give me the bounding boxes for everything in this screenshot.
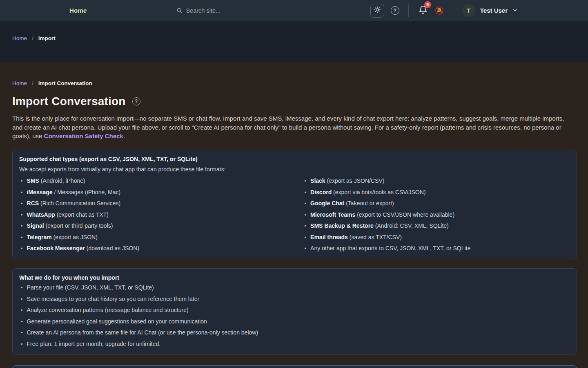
list-item: iMessage / Messages (iPhone, Mac) <box>19 188 287 197</box>
breadcrumb-current: Import Conversation <box>38 80 92 86</box>
list-item: Email threads (saved as TXT/CSV) <box>303 233 570 242</box>
safe-chat-storage-card: Use imports in Safe Chat Storage and wiz… <box>12 365 577 368</box>
avatar: T <box>462 4 475 17</box>
list-item: Microsoft Teams (export to CSV/JSON wher… <box>303 210 570 220</box>
nav-divider <box>453 4 453 17</box>
site-search[interactable] <box>176 7 276 14</box>
list-item: Save messages to your chat history so yo… <box>19 294 570 304</box>
what-we-do-list: Parse your file (CSV, JSON, XML, TXT, or… <box>19 283 570 349</box>
theme-toggle-button[interactable] <box>370 4 384 18</box>
card-subtitle: We accept exports from virtually any cha… <box>19 166 570 173</box>
list-item: Signal (export or third-party tools) <box>19 221 287 231</box>
user-menu[interactable]: T Test User <box>462 4 518 17</box>
bell-muted-icon[interactable] <box>435 6 444 15</box>
chevron-down-icon <box>512 7 518 14</box>
card-title: What we do for you when you import <box>19 274 570 281</box>
supported-chat-types-card: Supported chat types (export as CSV, JSO… <box>12 150 577 260</box>
list-item: Parse your file (CSV, JSON, XML, TXT, or… <box>19 283 570 292</box>
what-we-do-card: What we do for you when you import Parse… <box>12 268 577 355</box>
list-item: Google Chat (Takeout or export) <box>303 199 570 208</box>
list-item: RCS (Rich Communication Services) <box>19 199 287 208</box>
list-item: SMS Backup & Restore (Android: CSV, XML,… <box>303 221 570 231</box>
supported-right-list: Slack (export as JSON/CSV) Discord (expo… <box>303 175 570 254</box>
list-item: Telegram (export as JSON) <box>19 233 287 242</box>
intro-paragraph: This is the only place for conversation … <box>12 114 571 141</box>
main-content: Home / Import Conversation Import Conver… <box>0 62 588 368</box>
breadcrumb-current: Import <box>38 35 56 41</box>
list-item: Any other app that exports to CSV, JSON,… <box>303 244 570 253</box>
breadcrumb-home-link[interactable]: Home <box>12 80 27 86</box>
page-breadcrumb: Home / Import Conversation <box>12 80 577 86</box>
list-item: Create an AI persona from the same file … <box>19 328 570 337</box>
page-title: Import Conversation <box>12 95 126 108</box>
card-title: Supported chat types (export as CSV, JSO… <box>19 156 570 162</box>
list-item: WhatsApp (export chat as TXT) <box>19 210 287 220</box>
top-navigation: Home ? <box>0 0 588 21</box>
list-item: Free plan: 1 import per month; upgrade f… <box>19 339 570 349</box>
supported-left-list: SMS (Android, iPhone) iMessage / Message… <box>19 175 287 254</box>
notifications-button[interactable]: 9 <box>418 4 428 17</box>
bell-icon <box>419 9 428 16</box>
page-help-icon[interactable]: ? <box>132 97 140 105</box>
breadcrumb-home-link[interactable]: Home <box>12 35 27 41</box>
search-icon <box>176 7 183 13</box>
breadcrumb-band: Home / Import <box>0 21 588 62</box>
help-circle-icon[interactable]: ? <box>391 6 399 15</box>
user-name: Test User <box>480 7 508 14</box>
sun-icon <box>374 6 381 15</box>
search-input[interactable] <box>186 7 276 14</box>
nav-home-link[interactable]: Home <box>69 7 87 14</box>
list-item: Discord (export via bots/tools as CSV/JS… <box>303 188 570 197</box>
notification-badge: 9 <box>424 1 431 8</box>
breadcrumb: Home / Import <box>12 35 576 41</box>
intro-text-after: . <box>123 132 125 139</box>
list-item: Slack (export as JSON/CSV) <box>303 176 570 186</box>
nav-divider <box>408 4 409 17</box>
breadcrumb-separator: / <box>32 80 33 86</box>
conversation-safety-check-link[interactable]: Conversation Safety Check <box>44 132 123 139</box>
breadcrumb-separator: / <box>32 35 33 41</box>
list-item: Generate personalized goal suggestions b… <box>19 317 570 326</box>
list-item: SMS (Android, iPhone) <box>19 176 287 186</box>
nav-right-group: ? 9 T Test User <box>370 4 518 18</box>
list-item: Facebook Messenger (download as JSON) <box>19 244 287 253</box>
list-item: Analyze conversation patterns (message b… <box>19 305 570 315</box>
